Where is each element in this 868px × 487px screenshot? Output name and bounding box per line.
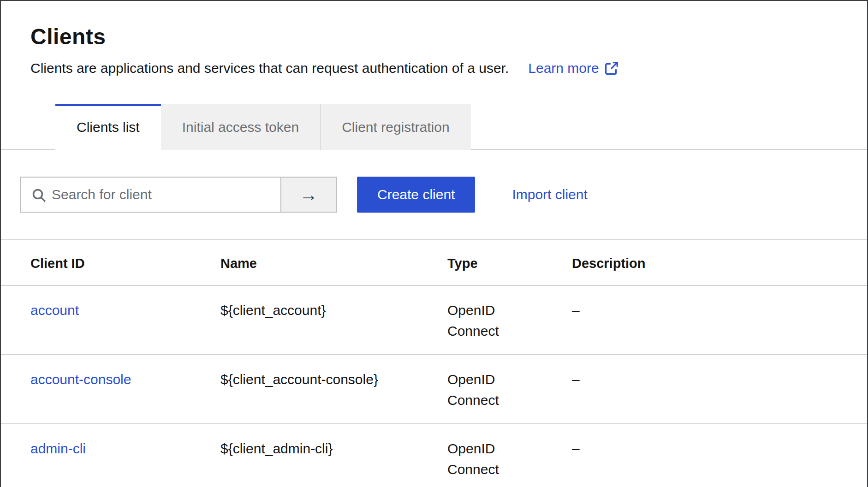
tab-initial-access-token[interactable]: Initial access token bbox=[161, 104, 320, 150]
column-header-name: Name bbox=[220, 240, 447, 285]
page-title: Clients bbox=[30, 24, 838, 49]
client-id-link[interactable]: account-console bbox=[30, 372, 131, 387]
search-group: → bbox=[20, 177, 337, 213]
learn-more-link[interactable]: Learn more bbox=[528, 60, 618, 76]
tab-client-registration[interactable]: Client registration bbox=[320, 104, 470, 150]
tabs: Clients list Initial access token Client… bbox=[1, 104, 867, 150]
import-client-link[interactable]: Import client bbox=[512, 187, 587, 202]
client-type: OpenID Connect bbox=[447, 285, 572, 355]
page-header: Clients Clients are applications and ser… bbox=[1, 1, 867, 76]
toolbar: → Create client Import client bbox=[1, 177, 867, 213]
clients-page: Clients Clients are applications and ser… bbox=[1, 1, 867, 487]
page-description: Clients are applications and services th… bbox=[30, 60, 509, 76]
table-row: admin-cli ${client_admin-cli} OpenID Con… bbox=[1, 424, 867, 487]
client-id-link[interactable]: account bbox=[30, 303, 79, 318]
client-description: – bbox=[572, 355, 867, 424]
client-type: OpenID Connect bbox=[447, 424, 572, 487]
search-icon bbox=[31, 188, 47, 203]
client-type: OpenID Connect bbox=[447, 355, 572, 424]
column-header-description: Description bbox=[572, 240, 867, 285]
tab-label: Client registration bbox=[342, 119, 449, 135]
column-header-type: Type bbox=[447, 240, 572, 285]
client-description: – bbox=[572, 285, 867, 355]
table-row: account ${client_account} OpenID Connect… bbox=[1, 285, 867, 355]
client-name: ${client_account-console} bbox=[220, 355, 447, 424]
client-id-link[interactable]: admin-cli bbox=[30, 441, 86, 456]
page-description-row: Clients are applications and services th… bbox=[30, 60, 838, 76]
client-name: ${client_account} bbox=[220, 285, 447, 355]
tab-label: Initial access token bbox=[182, 119, 299, 135]
search-input[interactable] bbox=[21, 178, 280, 212]
client-name: ${client_admin-cli} bbox=[220, 424, 447, 487]
table-header-row: Client ID Name Type Description bbox=[1, 240, 867, 285]
search-input-wrap bbox=[20, 177, 281, 213]
search-submit-button[interactable]: → bbox=[281, 177, 337, 213]
client-description: – bbox=[572, 424, 867, 487]
tab-label: Clients list bbox=[77, 119, 140, 135]
arrow-right-icon: → bbox=[299, 184, 318, 205]
external-link-icon bbox=[605, 61, 618, 75]
table-row: account-console ${client_account-console… bbox=[1, 355, 867, 424]
column-header-client-id: Client ID bbox=[1, 240, 220, 285]
tab-clients-list[interactable]: Clients list bbox=[55, 104, 161, 150]
clients-table: Client ID Name Type Description account … bbox=[1, 239, 867, 487]
create-client-button[interactable]: Create client bbox=[357, 177, 475, 213]
learn-more-label: Learn more bbox=[528, 60, 599, 76]
